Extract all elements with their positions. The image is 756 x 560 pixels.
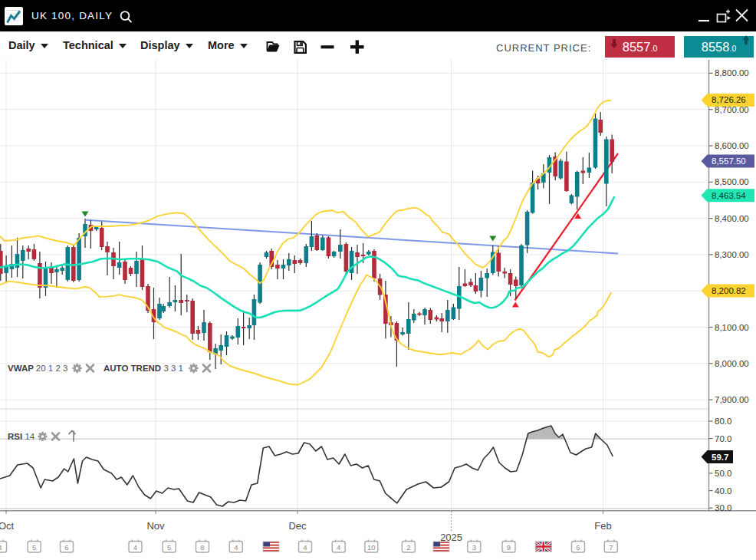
svg-text:8,600.00: 8,600.00 <box>715 141 749 150</box>
svg-text:30.0: 30.0 <box>715 503 731 512</box>
svg-text:8,463.54: 8,463.54 <box>712 191 746 200</box>
svg-text:50.0: 50.0 <box>715 469 731 478</box>
svg-text:4: 4 <box>303 543 307 552</box>
svg-text:80.0: 80.0 <box>715 417 731 426</box>
svg-text:Feb: Feb <box>594 520 611 532</box>
svg-text:6: 6 <box>64 543 68 552</box>
svg-text:8,800.00: 8,800.00 <box>715 68 749 77</box>
svg-text:8,726.26: 8,726.26 <box>712 95 746 104</box>
svg-text:4: 4 <box>337 543 340 552</box>
svg-text:10: 10 <box>367 543 376 552</box>
svg-text:4: 4 <box>133 543 137 552</box>
svg-text:7,900.00: 7,900.00 <box>715 395 749 404</box>
svg-text:8,100.00: 8,100.00 <box>715 323 749 332</box>
svg-text:40.0: 40.0 <box>715 486 731 496</box>
svg-text:8,400.00: 8,400.00 <box>715 214 749 223</box>
svg-text:70.0: 70.0 <box>715 434 731 443</box>
svg-text:Oct: Oct <box>0 520 14 532</box>
svg-text:8,000.00: 8,000.00 <box>715 359 749 368</box>
svg-text:7: 7 <box>609 543 613 552</box>
svg-text:3: 3 <box>472 543 476 552</box>
svg-text:8,200.82: 8,200.82 <box>712 286 746 295</box>
svg-text:AUTO TREND 3 3 1: AUTO TREND 3 3 1 <box>104 364 183 373</box>
svg-text:VWAP 20 1 2 3: VWAP 20 1 2 3 <box>8 364 67 373</box>
svg-text:Nov: Nov <box>146 520 165 532</box>
svg-text:5: 5 <box>32 543 36 552</box>
svg-text:8,500.00: 8,500.00 <box>715 177 749 186</box>
svg-text:Dec: Dec <box>288 520 307 532</box>
svg-text:4: 4 <box>234 543 238 552</box>
svg-text:5: 5 <box>167 543 171 552</box>
svg-text:8: 8 <box>200 543 204 552</box>
svg-text:8,300.00: 8,300.00 <box>715 250 749 259</box>
svg-text:6: 6 <box>576 543 580 552</box>
svg-text:8,557.50: 8,557.50 <box>712 156 746 166</box>
svg-text:RSI 14: RSI 14 <box>8 432 35 441</box>
svg-text:4: 4 <box>0 543 2 552</box>
svg-text:9: 9 <box>507 543 511 552</box>
svg-text:2: 2 <box>406 543 410 552</box>
svg-text:59.7: 59.7 <box>712 453 728 462</box>
